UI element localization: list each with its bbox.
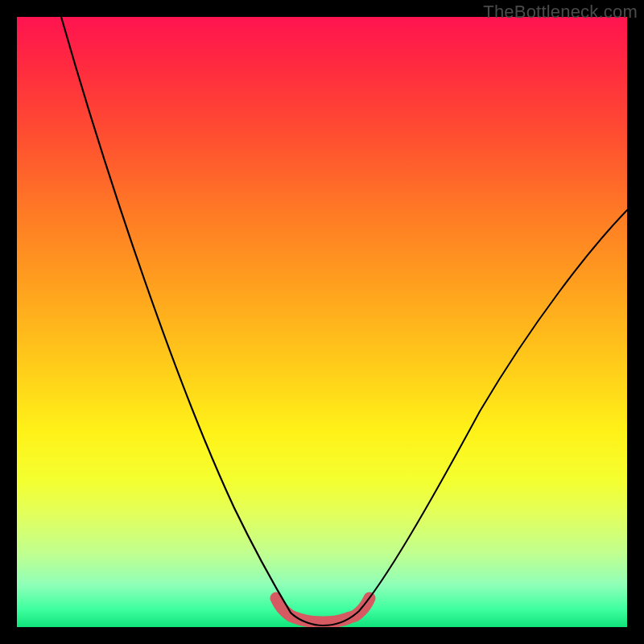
curve-right bbox=[323, 210, 627, 625]
chart-svg bbox=[17, 17, 627, 627]
watermark-text: TheBottleneck.com bbox=[483, 2, 638, 23]
curve-left bbox=[61, 17, 323, 625]
chart-frame: TheBottleneck.com bbox=[0, 0, 644, 644]
